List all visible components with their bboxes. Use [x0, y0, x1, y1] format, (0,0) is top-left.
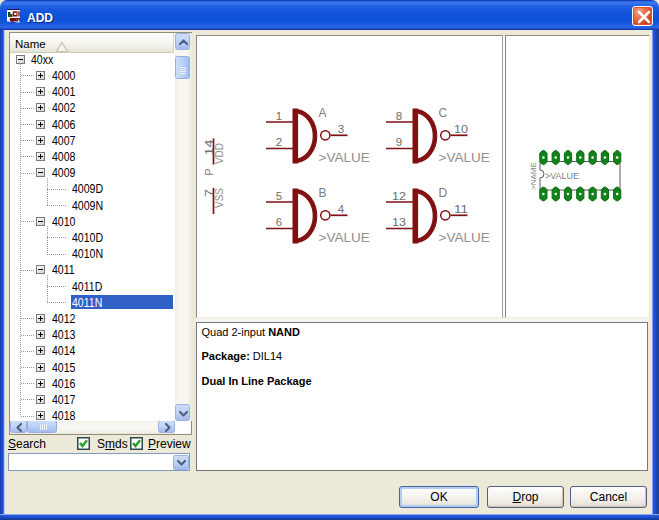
- svg-text:>VALUE: >VALUE: [439, 230, 490, 245]
- svg-text:>VALUE: >VALUE: [439, 150, 490, 165]
- svg-text:C: C: [439, 106, 448, 120]
- svg-text:7: 7: [203, 189, 215, 197]
- svg-text:3: 3: [338, 123, 344, 135]
- svg-text:4: 4: [338, 203, 345, 215]
- svg-text:8: 8: [396, 110, 402, 122]
- svg-text:13: 13: [392, 216, 406, 228]
- svg-text:VSS: VSS: [214, 188, 225, 208]
- svg-text:5: 5: [276, 190, 282, 202]
- svg-text:>VALUE: >VALUE: [545, 171, 579, 181]
- svg-text:>NAME: >NAME: [528, 162, 537, 190]
- svg-text:VDD: VDD: [214, 143, 225, 164]
- svg-text:P: P: [203, 168, 215, 175]
- svg-text:6: 6: [276, 216, 282, 228]
- svg-text:A: A: [319, 106, 327, 120]
- svg-text:2: 2: [276, 136, 282, 148]
- svg-text:9: 9: [396, 136, 402, 148]
- svg-text:>VALUE: >VALUE: [319, 230, 370, 245]
- svg-text:12: 12: [392, 190, 406, 202]
- svg-text:1: 1: [276, 110, 282, 122]
- svg-text:14: 14: [203, 140, 215, 156]
- svg-text:11: 11: [454, 203, 468, 215]
- svg-text:10: 10: [454, 123, 468, 135]
- svg-text:>VALUE: >VALUE: [319, 150, 370, 165]
- svg-text:D: D: [439, 186, 448, 200]
- svg-text:B: B: [319, 186, 327, 200]
